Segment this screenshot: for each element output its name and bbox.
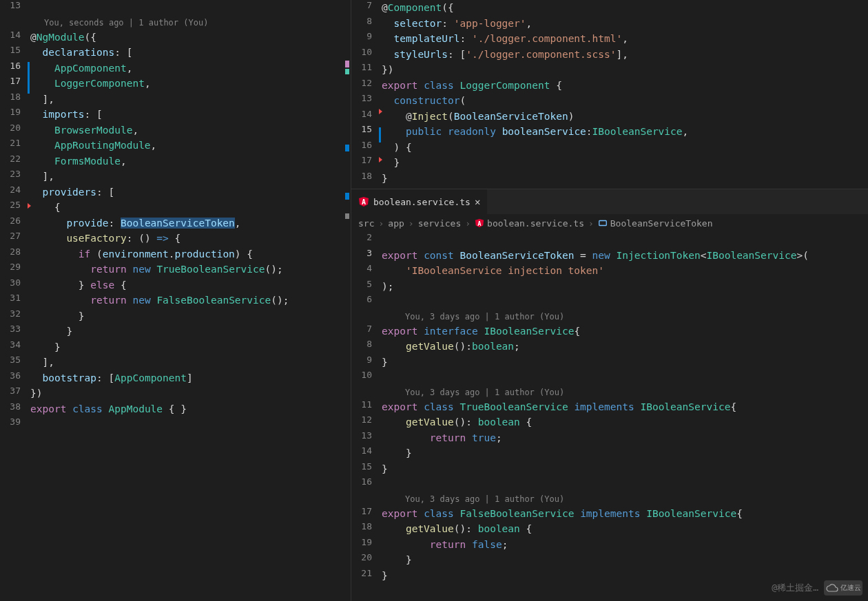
tab-boolean-service[interactable]: A boolean.service.ts ✕	[351, 189, 487, 214]
breadcrumb-item[interactable]: Aboolean.service.ts	[475, 218, 584, 229]
gutter-marker	[379, 127, 381, 143]
line-number: 29	[0, 262, 30, 272]
line-number: 19	[0, 107, 30, 117]
breadcrumb-item[interactable]: services	[418, 218, 462, 229]
line-number: 24	[0, 184, 30, 195]
error-marker	[28, 203, 31, 209]
error-marker	[379, 157, 382, 162]
line-number: 13	[351, 93, 382, 103]
chevron-right-icon: ›	[465, 218, 471, 229]
chevron-right-icon: ›	[409, 218, 414, 229]
line-number: 18	[351, 171, 382, 181]
line-number: 17	[0, 76, 30, 86]
svg-text:A: A	[477, 220, 482, 227]
line-number: 30	[0, 277, 30, 288]
tab-label: boolean.service.ts	[373, 197, 471, 207]
line-number: 18	[351, 521, 382, 531]
line-number: 18	[0, 92, 30, 102]
line-number: 35	[0, 355, 30, 365]
line-number: 15	[0, 45, 30, 55]
line-number: 11	[351, 399, 382, 410]
code-editor-right-top[interactable]: 7@Component({ 8 selector: 'app-logger', …	[351, 0, 868, 189]
variable-icon	[598, 218, 608, 228]
editor-pane-right-top: 7@Component({ 8 selector: 'app-logger', …	[351, 0, 868, 189]
line-number: 34	[0, 339, 30, 350]
line-number: 10	[351, 47, 382, 57]
breadcrumb[interactable]: src› app› services› Aboolean.service.ts›…	[351, 214, 868, 232]
angular-icon: A	[475, 218, 484, 228]
line-number: 17	[351, 155, 382, 165]
line-number: 12	[351, 78, 382, 88]
codelens-annotation[interactable]: You, 3 days ago | 1 author (You)	[351, 310, 868, 324]
line-number: 10	[351, 370, 382, 380]
editor-pane-right-col: 7@Component({ 8 selector: 'app-logger', …	[351, 0, 868, 601]
error-marker	[379, 109, 382, 114]
line-number: 31	[0, 293, 30, 303]
line-number: 23	[0, 169, 30, 179]
editor-pane-right-bottom: A boolean.service.ts ✕ src› app› service…	[351, 189, 868, 601]
line-number: 26	[0, 215, 30, 226]
line-number: 38	[0, 401, 30, 412]
line-number: 9	[351, 355, 382, 365]
line-number: 15	[351, 461, 382, 472]
breadcrumb-item[interactable]: BooleanServiceToken	[598, 218, 713, 229]
line-number: 27	[0, 231, 30, 241]
breadcrumb-item[interactable]: app	[388, 218, 404, 229]
line-number: 4	[351, 263, 382, 273]
line-number: 13	[0, 0, 30, 10]
svg-text:A: A	[362, 198, 366, 206]
line-number: 6	[351, 294, 382, 304]
codelens-annotation[interactable]: You, 3 days ago | 1 author (You)	[351, 492, 868, 506]
code-editor-right-bottom[interactable]: 2 3export const BooleanServiceToken = ne…	[351, 232, 868, 601]
svg-rect-4	[599, 221, 607, 226]
line-number: 33	[0, 324, 30, 334]
line-number: 8	[351, 339, 382, 349]
selected-token[interactable]: BooleanServiceToken	[121, 218, 235, 229]
chevron-right-icon: ›	[588, 218, 594, 229]
line-number: 37	[0, 386, 30, 396]
line-number: 14	[0, 30, 30, 40]
line-number: 28	[0, 246, 30, 257]
line-number: 17	[351, 506, 382, 516]
minimap-block	[345, 69, 349, 74]
minimap-block	[345, 213, 349, 219]
gutter-marker	[28, 62, 30, 94]
codelens-annotation[interactable]: You, seconds ago | 1 author (You)	[0, 16, 351, 30]
editor-pane-left: 13 You, seconds ago | 1 author (You) 14@…	[0, 0, 351, 601]
line-number: 16	[0, 61, 30, 71]
line-number: 15	[351, 124, 382, 134]
line-number: 7	[351, 0, 382, 10]
line-number: 19	[351, 537, 382, 547]
line-number: 11	[351, 62, 382, 72]
watermark-text: @稀土掘金…	[772, 582, 818, 594]
minimap-block	[345, 145, 349, 151]
minimap-block	[345, 61, 349, 67]
line-number: 21	[0, 138, 30, 148]
minimap[interactable]	[340, 0, 351, 601]
chevron-right-icon: ›	[378, 218, 384, 229]
tab-bar: A boolean.service.ts ✕	[351, 189, 868, 214]
line-number: 7	[351, 324, 382, 334]
line-number: 9	[351, 31, 382, 41]
line-number: 16	[351, 476, 382, 487]
watermark-logo: 亿速云	[824, 580, 862, 595]
line-number: 5	[351, 279, 382, 289]
line-number: 12	[351, 414, 382, 425]
line-number: 16	[351, 140, 382, 150]
line-number: 14	[351, 109, 382, 119]
codelens-annotation[interactable]: You, 3 days ago | 1 author (You)	[351, 386, 868, 399]
line-number: 14	[351, 445, 382, 456]
angular-icon: A	[358, 196, 369, 207]
line-number: 21	[351, 568, 382, 578]
breadcrumb-item[interactable]: src	[358, 218, 374, 229]
line-number: 8	[351, 16, 382, 26]
close-icon[interactable]: ✕	[475, 196, 480, 207]
line-number: 22	[0, 154, 30, 164]
line-number: 39	[0, 417, 30, 427]
line-number: 2	[351, 232, 382, 242]
cloud-icon	[825, 583, 839, 593]
minimap-block	[345, 193, 349, 200]
line-number: 20	[351, 552, 382, 562]
code-editor-left[interactable]: 13 You, seconds ago | 1 author (You) 14@…	[0, 0, 351, 601]
line-number: 3	[351, 248, 382, 258]
